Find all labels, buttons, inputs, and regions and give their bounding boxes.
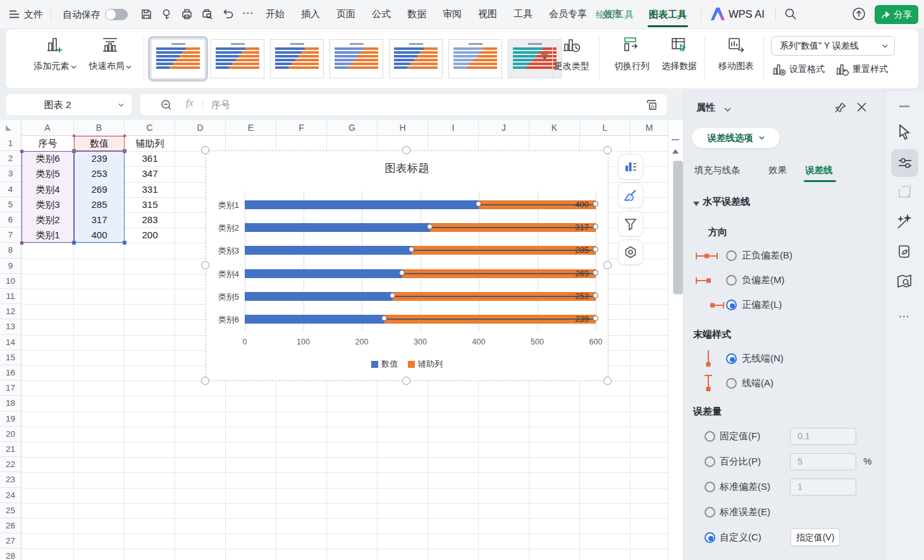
menu-item-3[interactable]: 公式: [372, 8, 391, 20]
row-header-14[interactable]: 14: [0, 335, 22, 350]
chart-style-thumb-1[interactable]: [211, 39, 264, 78]
panel-tab-1[interactable]: 效果: [768, 164, 787, 176]
end-style-option-0-radio[interactable]: [726, 353, 737, 364]
direction-option-2-radio[interactable]: [726, 300, 737, 310]
row-header-24[interactable]: 24: [0, 488, 22, 503]
error-amount-option-2-radio[interactable]: [705, 482, 715, 492]
error-bar-options-dropdown[interactable]: 误差线选项: [691, 127, 780, 149]
add-element-button[interactable]: 添加元素: [28, 35, 82, 72]
bar-segment-values[interactable]: [245, 223, 430, 232]
reset-style-button[interactable]: 重置样式: [835, 62, 888, 77]
error-amount-input[interactable]: 5: [790, 453, 856, 470]
scroll-up-arrow[interactable]: [672, 149, 679, 154]
row-header-22[interactable]: 22: [0, 457, 22, 472]
row-header-6[interactable]: 6: [0, 212, 22, 228]
print-icon[interactable]: [181, 8, 193, 20]
table-header-cell[interactable]: 数值: [74, 136, 125, 151]
switch-row-col-button[interactable]: 切换行列: [605, 35, 659, 72]
row-header-20[interactable]: 20: [0, 427, 22, 442]
chart-legend[interactable]: 数值辅助列: [206, 358, 608, 370]
context-tab-1[interactable]: 图表工具: [649, 0, 687, 28]
more-tools-icon[interactable]: ⋯: [899, 310, 911, 323]
menu-item-1[interactable]: 插入: [301, 8, 320, 20]
row-header-21[interactable]: 21: [0, 442, 22, 457]
table-header-cell[interactable]: 序号: [22, 136, 74, 151]
output-icon[interactable]: [161, 8, 173, 20]
menu-item-5[interactable]: 审阅: [443, 8, 462, 20]
table-cell[interactable]: 361: [125, 151, 175, 166]
menu-item-0[interactable]: 开始: [266, 8, 285, 20]
autosave-toggle[interactable]: [105, 9, 128, 20]
table-cell[interactable]: 347: [125, 166, 175, 181]
fx-panel-icon[interactable]: fx: [645, 99, 658, 111]
column-header-C[interactable]: C: [125, 120, 175, 136]
table-cell[interactable]: 239: [74, 151, 125, 166]
specify-value-button[interactable]: 指定值(V): [791, 528, 840, 546]
direction-option-1-radio[interactable]: [726, 275, 737, 286]
chart-resize-handle[interactable]: [402, 146, 410, 154]
column-header-B[interactable]: B: [74, 120, 125, 136]
chart-resize-handle[interactable]: [201, 146, 209, 154]
table-cell[interactable]: 253: [74, 166, 125, 181]
column-header-A[interactable]: A: [22, 120, 74, 136]
direction-option-0-radio[interactable]: [726, 250, 737, 261]
chart-resize-handle[interactable]: [201, 261, 209, 269]
table-cell[interactable]: 400: [74, 228, 125, 243]
hamburger-menu-icon[interactable]: [9, 9, 20, 20]
bar-segment-values[interactable]: [245, 246, 412, 255]
map-search-icon[interactable]: [896, 273, 913, 289]
row-header-1[interactable]: 1: [0, 136, 22, 151]
upload-icon[interactable]: [852, 7, 866, 21]
row-header-27[interactable]: 27: [0, 533, 22, 549]
chart-resize-handle[interactable]: [603, 146, 612, 154]
name-box[interactable]: 图表 2: [6, 94, 132, 115]
document-assistant-icon[interactable]: [896, 243, 913, 260]
error-amount-input[interactable]: 1: [790, 478, 856, 496]
column-header-G[interactable]: G: [327, 120, 378, 136]
print-preview-icon[interactable]: [201, 8, 213, 20]
row-header-4[interactable]: 4: [0, 182, 22, 197]
table-cell[interactable]: 类别6: [22, 151, 74, 166]
chart-resize-handle[interactable]: [201, 377, 209, 385]
file-menu[interactable]: 文件: [24, 0, 43, 28]
pin-icon[interactable]: [834, 101, 847, 114]
menu-item-8[interactable]: 会员专享: [549, 8, 587, 20]
zoom-formula-icon[interactable]: [161, 99, 172, 111]
row-header-12[interactable]: 12: [0, 304, 22, 319]
column-header-I[interactable]: I: [428, 120, 479, 136]
legend-item[interactable]: 辅助列: [408, 358, 443, 370]
chart-style-thumb-5[interactable]: [448, 39, 502, 78]
table-header-cell[interactable]: 辅助列: [125, 136, 175, 151]
series-selector-dropdown[interactable]: 系列"数值" Y 误差线: [771, 36, 895, 56]
table-cell[interactable]: 类别3: [22, 197, 74, 212]
column-header-E[interactable]: E: [226, 120, 276, 136]
legend-item[interactable]: 数值: [371, 358, 398, 370]
chart-style-thumb-2[interactable]: [270, 39, 324, 78]
table-cell[interactable]: 285: [74, 197, 125, 212]
table-cell[interactable]: 200: [125, 228, 175, 243]
share-button[interactable]: 分享: [875, 5, 918, 24]
close-icon[interactable]: [856, 102, 867, 113]
row-header-3[interactable]: 3: [0, 166, 22, 181]
table-cell[interactable]: 283: [125, 212, 175, 228]
chart-style-thumb-3[interactable]: [330, 39, 383, 78]
column-header-L[interactable]: L: [580, 120, 631, 136]
context-tab-0[interactable]: 绘图工具: [596, 0, 634, 28]
embedded-chart[interactable]: 图表标题 0100200300400500600类别1400类别2317类别32…: [206, 150, 608, 381]
row-header-26[interactable]: 26: [0, 518, 22, 533]
column-header-D[interactable]: D: [175, 120, 226, 136]
save-icon[interactable]: [140, 8, 152, 20]
chevron-down-icon[interactable]: [724, 107, 731, 112]
row-header-16[interactable]: 16: [0, 365, 22, 380]
row-header-28[interactable]: 28: [0, 549, 22, 560]
table-cell[interactable]: 269: [74, 182, 125, 197]
error-amount-option-4-radio[interactable]: [705, 532, 715, 543]
column-header-H[interactable]: H: [378, 120, 428, 136]
panel-tab-0[interactable]: 填充与线条: [694, 164, 741, 176]
rotate-tool-icon[interactable]: [896, 184, 913, 200]
row-header-7[interactable]: 7: [0, 228, 22, 243]
collapse-handle[interactable]: [899, 106, 909, 107]
split-handle[interactable]: [672, 139, 679, 140]
change-type-button[interactable]: 更改类型: [545, 35, 599, 72]
row-header-8[interactable]: 8: [0, 243, 22, 258]
